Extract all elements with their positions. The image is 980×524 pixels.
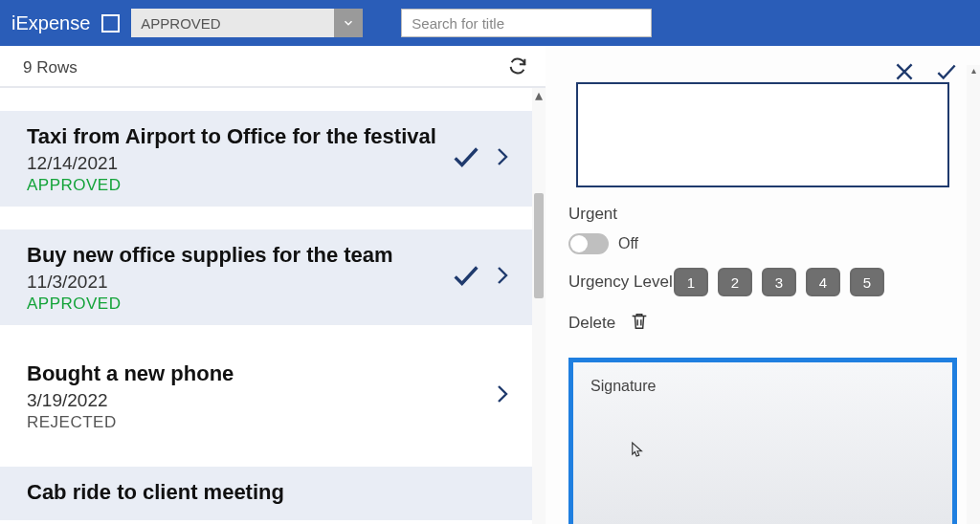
expense-list-pane: 9 Rows Taxi from Airport to Office for t… [0,46,546,524]
chevron-down-icon[interactable] [334,9,363,37]
top-bar: iExpense APPROVED [0,0,980,46]
urgency-level-button[interactable]: 2 [718,268,752,296]
urgency-level-buttons: 1 2 3 4 5 [674,268,884,296]
delete-label: Delete [568,314,615,333]
signature-label: Signature [590,378,657,394]
signature-field[interactable]: Signature [568,358,957,524]
list-item[interactable]: Bought a new phone 3/19/2022 REJECTED [0,348,532,444]
check-icon[interactable] [450,141,482,177]
urgency-level-button[interactable]: 3 [762,268,796,296]
status-badge: REJECTED [27,413,515,432]
status-badge: APPROVED [27,295,515,314]
item-date: 3/19/2022 [27,390,515,411]
chevron-right-icon[interactable] [490,141,513,177]
urgency-level-button[interactable]: 5 [850,268,884,296]
item-title: Bought a new phone [27,361,515,386]
item-date: 11/3/2021 [27,272,515,293]
cursor-icon [631,441,644,462]
status-filter-value: APPROVED [131,9,334,37]
expense-list: Taxi from Airport to Office for the fest… [0,88,546,520]
trash-icon[interactable] [629,310,650,337]
refresh-icon[interactable] [507,55,528,80]
check-icon[interactable] [450,259,482,295]
urgent-toggle[interactable] [568,233,609,254]
scrollbar-thumb[interactable] [534,193,544,298]
filter-checkbox[interactable] [101,14,120,33]
urgency-level-label: Urgency Level [568,273,674,292]
status-badge: APPROVED [27,176,515,195]
urgency-level-button[interactable]: 1 [674,268,708,296]
list-item[interactable]: Cab ride to client meeting [0,467,532,520]
scrollbar[interactable]: ▴ [967,65,980,524]
description-textarea[interactable] [576,82,949,187]
chevron-right-icon[interactable] [490,259,513,295]
item-date: 12/14/2021 [27,153,515,174]
status-filter-dropdown[interactable]: APPROVED [131,9,363,37]
urgent-state-label: Off [618,235,638,252]
item-title: Buy new office supplies for the team [27,243,515,268]
scrollbar[interactable]: ▴ [532,88,546,524]
close-icon[interactable] [892,59,917,88]
search-input[interactable] [401,9,652,37]
list-item[interactable]: Taxi from Airport to Office for the fest… [0,111,532,207]
item-title: Taxi from Airport to Office for the fest… [27,124,515,149]
urgent-label: Urgent [568,205,617,224]
app-title: iExpense [11,12,90,34]
urgency-level-button[interactable]: 4 [806,268,840,296]
detail-pane: ▴ Urgent Off Urgency Level 1 2 3 4 5 [546,46,980,524]
chevron-right-icon[interactable] [490,378,513,414]
confirm-icon[interactable] [934,59,959,88]
item-title: Cab ride to client meeting [27,480,515,505]
row-count-label: 9 Rows [23,58,78,77]
list-item[interactable]: Buy new office supplies for the team 11/… [0,229,532,325]
